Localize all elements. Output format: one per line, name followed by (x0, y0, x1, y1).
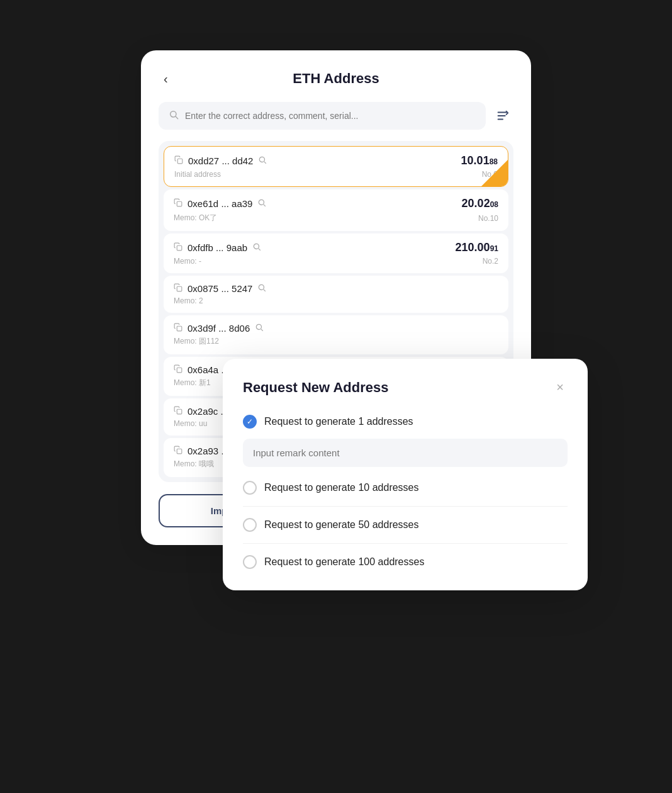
option-label-3: Request to generate 50 addresses (264, 519, 419, 531)
no-label: No.2 (483, 257, 498, 266)
svg-line-10 (264, 205, 266, 206)
radio-unchecked-icon (243, 555, 257, 569)
modal-option-1[interactable]: ✓ Request to generate 1 addresses (243, 411, 568, 432)
lookup-icon[interactable] (252, 242, 261, 253)
copy-icon[interactable] (174, 446, 182, 456)
svg-line-19 (261, 329, 263, 331)
memo-label: Memo: 哦哦 (174, 459, 214, 470)
address-value: 0x3d9f ... 8d06 (188, 323, 250, 334)
memo-label: Memo: 圆112 (174, 336, 219, 347)
amount-sub: 91 (490, 244, 498, 253)
modal-close-button[interactable]: × (552, 379, 568, 396)
filter-button[interactable] (492, 105, 513, 127)
amount-main: 210.00 (456, 241, 490, 254)
copy-icon[interactable] (174, 364, 182, 375)
copy-icon[interactable] (174, 406, 182, 417)
option-label-2: Request to generate 10 addresses (264, 482, 419, 493)
memo-label: Initial address (174, 170, 221, 179)
radio-checked-icon: ✓ (243, 415, 257, 429)
table-row[interactable]: 0xe61d ... aa39 20.02 08 Memo: OK了 (164, 189, 508, 231)
table-row[interactable]: 0xdd27 ... dd42 10.01 88 Initial address (164, 146, 508, 187)
svg-rect-11 (177, 245, 182, 250)
copy-icon[interactable] (174, 198, 182, 209)
table-row[interactable]: 0xfdfb ... 9aab 210.00 91 Memo: - (164, 233, 508, 273)
lookup-icon[interactable] (257, 283, 266, 294)
search-icon (169, 110, 179, 122)
copy-icon[interactable] (174, 283, 182, 294)
search-box (159, 102, 486, 130)
lookup-icon[interactable] (258, 155, 267, 166)
memo-label: Memo: 2 (174, 296, 203, 305)
svg-rect-14 (177, 286, 182, 291)
divider (243, 506, 568, 507)
memo-label: Memo: uu (174, 419, 207, 428)
divider (243, 543, 568, 544)
svg-line-1 (176, 116, 177, 118)
amount-sub: 08 (490, 200, 498, 209)
memo-label: Memo: 新1 (174, 378, 211, 388)
svg-rect-20 (177, 368, 182, 373)
radio-unchecked-icon (243, 518, 257, 532)
card-header: ‹ ETH Address (159, 70, 513, 87)
table-row[interactable]: 0x0875 ... 5247 Memo: 2 (164, 276, 508, 313)
no-label: No.10 (478, 214, 498, 223)
address-value: 0xdd27 ... dd42 (188, 155, 253, 166)
search-input[interactable] (185, 111, 476, 121)
svg-line-13 (259, 249, 260, 250)
copy-icon[interactable] (174, 323, 182, 334)
option-label-1: Request to generate 1 addresses (264, 416, 413, 427)
modal-title: Request New Address (243, 380, 388, 396)
svg-point-18 (257, 324, 262, 329)
svg-line-7 (264, 162, 266, 164)
modal-option-3[interactable]: Request to generate 50 addresses (243, 514, 568, 536)
search-row (159, 102, 513, 130)
svg-rect-5 (177, 159, 182, 164)
address-value: 0xe61d ... aa39 (188, 198, 252, 209)
svg-point-15 (259, 284, 264, 290)
svg-point-9 (259, 200, 264, 205)
address-value: 0x0875 ... 5247 (188, 283, 252, 294)
back-button[interactable]: ‹ (159, 69, 173, 89)
svg-rect-17 (177, 326, 182, 331)
address-value: 0xfdfb ... 9aab (188, 242, 247, 253)
page-title: ETH Address (293, 70, 379, 87)
lookup-icon[interactable] (255, 323, 264, 334)
modal-header: Request New Address × (243, 379, 568, 396)
svg-line-16 (264, 290, 266, 291)
modal-option-2[interactable]: Request to generate 10 addresses (243, 477, 568, 498)
svg-rect-23 (177, 409, 182, 414)
radio-unchecked-icon (243, 481, 257, 495)
amount-main: 20.02 (462, 197, 490, 210)
memo-label: Memo: OK了 (174, 213, 217, 223)
svg-rect-26 (177, 449, 182, 454)
table-row[interactable]: 0x3d9f ... 8d06 Memo: 圆112 (164, 315, 508, 354)
svg-point-12 (254, 244, 259, 249)
svg-rect-8 (177, 201, 182, 206)
lookup-icon[interactable] (257, 198, 266, 209)
request-address-modal: Request New Address × ✓ Request to gener… (223, 359, 588, 590)
active-badge (481, 160, 508, 186)
svg-point-6 (260, 157, 265, 162)
memo-label: Memo: - (174, 257, 201, 266)
remark-input[interactable] (243, 439, 568, 467)
svg-point-0 (171, 111, 176, 117)
copy-icon[interactable] (174, 155, 183, 166)
copy-icon[interactable] (174, 242, 182, 253)
modal-option-4[interactable]: Request to generate 100 addresses (243, 551, 568, 573)
option-label-4: Request to generate 100 addresses (264, 556, 424, 568)
